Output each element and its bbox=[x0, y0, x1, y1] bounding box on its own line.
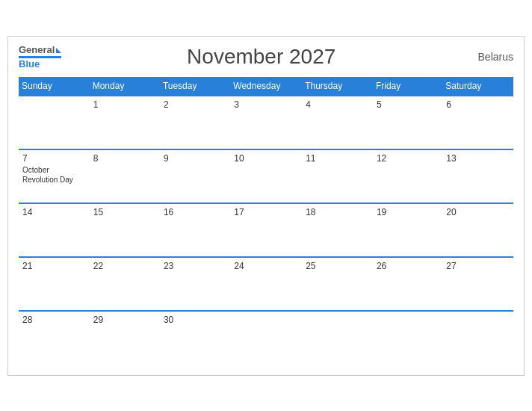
calendar-title: November 2027 bbox=[61, 45, 461, 69]
calendar-week-row: 282930 bbox=[19, 311, 513, 365]
calendar-cell: 2 bbox=[160, 96, 230, 149]
day-number: 21 bbox=[22, 261, 86, 271]
calendar-week-row: 7October Revolution Day8910111213 bbox=[19, 149, 513, 203]
calendar-cell: 16 bbox=[160, 203, 230, 257]
calendar-cell: 7October Revolution Day bbox=[19, 149, 90, 203]
header-monday: Monday bbox=[90, 77, 160, 96]
logo-blue-text: Blue bbox=[19, 58, 40, 69]
header-thursday: Thursday bbox=[302, 77, 373, 96]
day-number: 11 bbox=[306, 153, 369, 164]
day-number: 19 bbox=[377, 207, 439, 217]
header-wednesday: Wednesday bbox=[230, 77, 302, 96]
day-number: 25 bbox=[306, 261, 369, 271]
day-number: 8 bbox=[93, 153, 156, 164]
day-number: 2 bbox=[164, 99, 226, 110]
day-number: 10 bbox=[234, 153, 298, 164]
day-number: 13 bbox=[446, 153, 510, 164]
day-number: 24 bbox=[234, 261, 298, 271]
calendar-cell: 18 bbox=[302, 203, 373, 257]
calendar-cell: 12 bbox=[373, 149, 442, 203]
calendar-cell: 5 bbox=[373, 96, 442, 149]
calendar-header: General Blue November 2027 Belarus bbox=[19, 44, 513, 69]
day-number: 7 bbox=[22, 153, 86, 164]
logo-triangle-icon bbox=[56, 48, 61, 53]
calendar-cell: 20 bbox=[442, 203, 513, 257]
day-number: 15 bbox=[93, 207, 156, 217]
day-number: 27 bbox=[446, 261, 510, 271]
day-number: 18 bbox=[306, 207, 369, 217]
calendar-cell: 3 bbox=[230, 96, 302, 149]
day-number: 14 bbox=[22, 207, 86, 217]
calendar-cell: 13 bbox=[442, 149, 513, 203]
day-number: 16 bbox=[164, 207, 226, 217]
header-sunday: Sunday bbox=[19, 77, 90, 96]
header-saturday: Saturday bbox=[442, 77, 513, 96]
holiday-label: October Revolution Day bbox=[22, 165, 86, 185]
day-number: 4 bbox=[306, 99, 369, 110]
calendar-cell: 4 bbox=[302, 96, 373, 149]
day-number: 6 bbox=[446, 99, 510, 110]
calendar-table: Sunday Monday Tuesday Wednesday Thursday… bbox=[19, 77, 513, 365]
day-number: 29 bbox=[93, 315, 156, 325]
calendar-cell: 21 bbox=[19, 257, 90, 311]
calendar-cell: 28 bbox=[19, 311, 90, 365]
calendar-cell: 22 bbox=[90, 257, 160, 311]
calendar-cell: 1 bbox=[90, 96, 160, 149]
calendar-cell bbox=[302, 311, 373, 365]
day-number: 22 bbox=[93, 261, 156, 271]
calendar-cell: 14 bbox=[19, 203, 90, 257]
calendar-cell: 29 bbox=[90, 311, 160, 365]
calendar-week-row: 21222324252627 bbox=[19, 257, 513, 311]
weekday-header-row: Sunday Monday Tuesday Wednesday Thursday… bbox=[19, 77, 513, 96]
day-number: 26 bbox=[377, 261, 439, 271]
logo: General Blue bbox=[19, 44, 61, 69]
calendar-cell: 24 bbox=[230, 257, 302, 311]
calendar-week-row: 123456 bbox=[19, 96, 513, 149]
calendar-week-row: 14151617181920 bbox=[19, 203, 513, 257]
calendar-cell: 30 bbox=[160, 311, 230, 365]
day-number: 17 bbox=[234, 207, 298, 217]
calendar-cell: 25 bbox=[302, 257, 373, 311]
calendar-cell bbox=[230, 311, 302, 365]
calendar-cell: 11 bbox=[302, 149, 373, 203]
calendar-cell: 15 bbox=[90, 203, 160, 257]
day-number: 3 bbox=[234, 99, 298, 110]
day-number: 28 bbox=[22, 315, 86, 325]
day-number: 30 bbox=[164, 315, 226, 325]
header-friday: Friday bbox=[373, 77, 442, 96]
calendar-cell: 26 bbox=[373, 257, 442, 311]
calendar-cell: 27 bbox=[442, 257, 513, 311]
day-number: 20 bbox=[446, 207, 510, 217]
logo-general-text: General bbox=[19, 44, 55, 55]
calendar-cell bbox=[19, 96, 90, 149]
day-number: 12 bbox=[377, 153, 439, 164]
calendar-cell bbox=[373, 311, 442, 365]
day-number: 5 bbox=[377, 99, 439, 110]
calendar-cell: 8 bbox=[90, 149, 160, 203]
calendar-container: General Blue November 2027 Belarus Sunda… bbox=[7, 36, 525, 376]
calendar-cell: 19 bbox=[373, 203, 442, 257]
calendar-cell: 23 bbox=[160, 257, 230, 311]
day-number: 23 bbox=[164, 261, 226, 271]
header-tuesday: Tuesday bbox=[160, 77, 230, 96]
calendar-cell: 6 bbox=[442, 96, 513, 149]
day-number: 1 bbox=[93, 99, 156, 110]
calendar-cell bbox=[442, 311, 513, 365]
day-number: 9 bbox=[164, 153, 226, 164]
calendar-cell: 17 bbox=[230, 203, 302, 257]
calendar-cell: 9 bbox=[160, 149, 230, 203]
calendar-cell: 10 bbox=[230, 149, 302, 203]
country-label: Belarus bbox=[461, 51, 513, 63]
